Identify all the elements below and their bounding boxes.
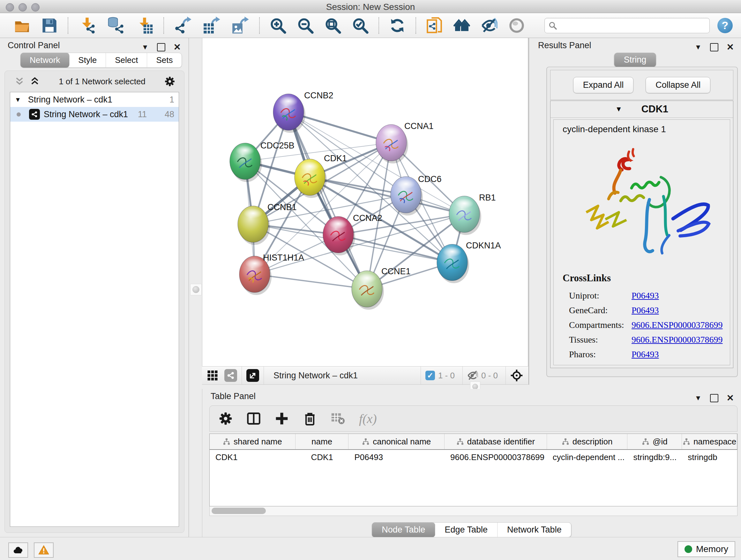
crosslink-link[interactable]: 9606.ENSP00000378699 xyxy=(631,320,723,330)
crosslink-link[interactable]: P06493 xyxy=(631,349,659,360)
table-cell[interactable]: cyclin-dependent ... xyxy=(547,452,628,462)
zoom-out-icon[interactable] xyxy=(297,17,314,34)
tree-expander-icon[interactable]: ▼ xyxy=(15,96,21,104)
show-columns-icon[interactable] xyxy=(247,412,261,426)
network-edge[interactable] xyxy=(338,235,452,262)
export-image-icon[interactable] xyxy=(231,17,249,35)
crosslink-link[interactable]: 9606.ENSP00000378699 xyxy=(631,334,723,345)
tab-node-table[interactable]: Node Table xyxy=(372,522,435,537)
network-node-RB1[interactable]: RB1 xyxy=(449,193,496,235)
collapse-all-networks-icon[interactable] xyxy=(14,76,24,86)
expand-all-button[interactable]: Expand All xyxy=(573,77,634,93)
export-table-icon[interactable] xyxy=(203,17,220,35)
column-header-namespace[interactable]: namespace xyxy=(682,434,737,449)
panel-float-icon[interactable] xyxy=(710,394,718,402)
network-node-HIST1H1A[interactable]: HIST1H1A xyxy=(239,253,304,295)
cloud-status-button[interactable] xyxy=(8,543,28,558)
export-network-icon[interactable] xyxy=(174,17,192,35)
tab-network[interactable]: Network xyxy=(20,53,70,68)
collapse-all-button[interactable]: Collapse All xyxy=(646,77,711,93)
panel-menu-icon[interactable]: ▼ xyxy=(695,43,702,51)
panel-float-icon[interactable] xyxy=(710,43,718,51)
column-header-canonical-name[interactable]: canonical name xyxy=(348,434,445,449)
search-box[interactable] xyxy=(544,18,710,33)
panel-float-icon[interactable] xyxy=(157,43,165,51)
help-button[interactable]: ? xyxy=(718,18,733,33)
table-cell[interactable]: 9606.ENSP00000378699 xyxy=(445,452,547,462)
first-neighbors-icon[interactable] xyxy=(454,17,470,34)
show-all-icon[interactable] xyxy=(509,17,525,34)
column-header-shared-name[interactable]: shared name xyxy=(210,434,295,449)
open-in-window-icon[interactable] xyxy=(246,369,259,382)
gene-section-header[interactable]: ▼ CDK1 xyxy=(550,101,733,118)
crosslink-link[interactable]: P06493 xyxy=(631,291,659,301)
network-node-CDKN1A[interactable]: CDKN1A xyxy=(437,241,501,283)
table-cell[interactable]: stringdb:9... xyxy=(627,452,682,462)
crosslink-link[interactable]: P06493 xyxy=(631,305,659,315)
network-row-selected[interactable]: String Network – cdk1 11 48 xyxy=(10,107,179,122)
left-splitter[interactable] xyxy=(189,38,202,537)
column-header-name[interactable]: name xyxy=(295,434,349,449)
selected-nodes-checkbox-icon[interactable]: ✓ xyxy=(425,371,435,380)
import-network-database-icon[interactable] xyxy=(107,17,125,35)
network-canvas[interactable]: CCNB2CCNA1CDC25BCDK1CDC6RB1CCNB1CCNA2CDK… xyxy=(202,38,528,366)
network-node-CDK1[interactable]: CDK1 xyxy=(294,153,347,198)
network-node-CCNA1[interactable]: CCNA1 xyxy=(376,121,434,164)
zoom-selected-icon[interactable] xyxy=(352,17,368,34)
panel-close-icon[interactable]: ✕ xyxy=(727,393,734,403)
network-node-CCNE1[interactable]: CCNE1 xyxy=(352,266,411,310)
table-cell[interactable]: CDK1 xyxy=(295,452,349,462)
table-cell[interactable]: CDK1 xyxy=(210,452,295,462)
memory-button[interactable]: Memory xyxy=(677,541,735,557)
network-node-CCNB1[interactable]: CCNB1 xyxy=(238,202,297,245)
column-header--id[interactable]: @id xyxy=(627,434,682,449)
panel-close-icon[interactable]: ✕ xyxy=(174,42,181,52)
horizontal-splitter[interactable] xyxy=(202,385,741,389)
zoom-fit-icon[interactable] xyxy=(325,17,341,34)
copy-documents-icon[interactable] xyxy=(426,17,443,34)
column-header-database-identifier[interactable]: database identifier xyxy=(445,434,547,449)
expand-all-networks-icon[interactable] xyxy=(30,76,40,86)
open-session-icon[interactable] xyxy=(14,17,30,34)
column-header-description[interactable]: description xyxy=(547,434,628,449)
node-table[interactable]: shared namenamecanonical namedatabase id… xyxy=(209,434,738,506)
tab-edge-table[interactable]: Edge Table xyxy=(435,523,497,537)
hide-selected-icon[interactable] xyxy=(481,17,497,34)
tab-select[interactable]: Select xyxy=(106,53,147,67)
crosshair-icon[interactable] xyxy=(510,369,523,382)
table-panel: Table Panel ▼ ✕ f(x) shared namenamecano… xyxy=(202,389,741,537)
import-network-file-icon[interactable] xyxy=(78,17,96,35)
network-collection-row[interactable]: ▼ String Network – cdk1 1 xyxy=(10,92,179,107)
tab-string[interactable]: String xyxy=(614,53,656,67)
import-table-icon[interactable] xyxy=(136,17,153,35)
tab-sets[interactable]: Sets xyxy=(147,53,182,67)
delete-column-icon[interactable] xyxy=(303,412,317,426)
zoom-in-icon[interactable] xyxy=(270,17,286,34)
panel-menu-icon[interactable]: ▼ xyxy=(142,43,149,51)
save-session-icon[interactable] xyxy=(41,17,58,34)
table-cell[interactable]: P06493 xyxy=(348,452,445,462)
left-splitter-handle[interactable] xyxy=(190,284,202,295)
network-node-CDC6[interactable]: CDC6 xyxy=(391,174,442,215)
table-cell[interactable]: stringdb xyxy=(682,452,737,462)
refresh-icon[interactable] xyxy=(389,17,406,34)
table-options-gear-icon[interactable] xyxy=(219,412,232,426)
network-type-icon[interactable] xyxy=(224,369,237,382)
warnings-button[interactable] xyxy=(34,543,54,558)
network-options-gear-icon[interactable] xyxy=(164,76,175,87)
table-row[interactable]: CDK1CDK1P064939606.ENSP00000378699cyclin… xyxy=(210,450,737,464)
string-results-container: Expand All Collapse All ▼ CDK1 cyclin-de… xyxy=(546,67,738,377)
panel-menu-icon[interactable]: ▼ xyxy=(695,394,702,402)
table-horizontal-scrollbar[interactable] xyxy=(209,506,738,516)
tab-network-table[interactable]: Network Table xyxy=(497,523,571,537)
create-column-icon[interactable] xyxy=(275,412,289,426)
scrollbar-thumb[interactable] xyxy=(212,508,266,514)
search-input[interactable] xyxy=(559,21,705,30)
tab-style[interactable]: Style xyxy=(69,53,106,67)
network-node-CDC25B[interactable]: CDC25B xyxy=(230,141,294,182)
network-node-CCNB2[interactable]: CCNB2 xyxy=(273,91,333,133)
network-graph[interactable]: CCNB2CCNA1CDC25BCDK1CDC6RB1CCNB1CCNA2CDK… xyxy=(202,38,528,366)
panel-close-icon[interactable]: ✕ xyxy=(727,42,734,52)
birds-eye-grid-icon[interactable] xyxy=(207,370,218,381)
gene-expander-icon[interactable]: ▼ xyxy=(615,105,622,113)
